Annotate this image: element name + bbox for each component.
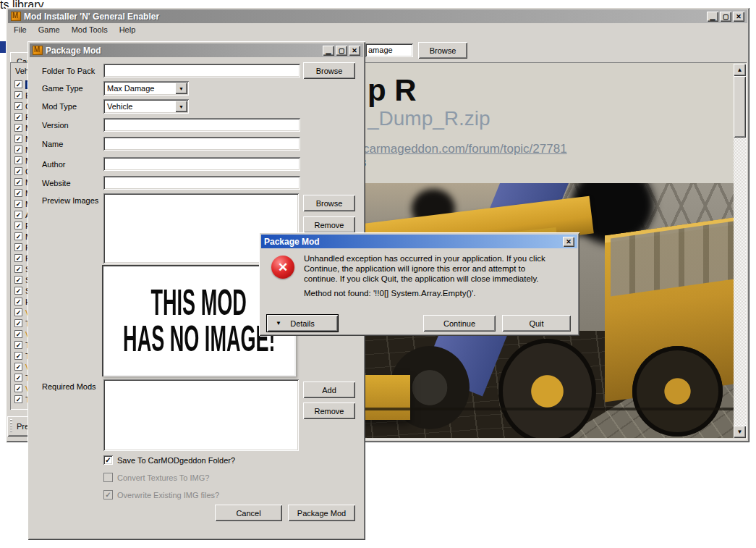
- preview-images-label: Preview Images: [42, 196, 98, 205]
- menu-item-game[interactable]: Game: [33, 23, 66, 36]
- browse-preview-button[interactable]: Browse: [303, 195, 355, 211]
- checkbox-checked-icon[interactable]: ✓: [14, 287, 22, 295]
- checkbox-checked-icon[interactable]: ✓: [14, 113, 22, 121]
- checkbox-checked-icon[interactable]: ✓: [14, 222, 22, 229]
- main-titlebar[interactable]: Mod Installer 'N' General Enabler ▁ ▢ ✕: [8, 9, 747, 23]
- checkbox-checked-icon[interactable]: ✓: [14, 265, 22, 273]
- mod-type-value: Vehicle: [103, 102, 175, 111]
- checkbox-checked-icon[interactable]: ✓: [14, 254, 22, 262]
- checkbox-checked-icon[interactable]: ✓: [14, 276, 22, 284]
- checkbox-checked-icon[interactable]: ✓: [14, 308, 22, 316]
- checkbox-checked-icon[interactable]: ✓: [14, 243, 22, 251]
- dialog-maximize-icon[interactable]: ▢: [336, 46, 347, 56]
- desktop: ts library Mod Installer 'N' General Ena…: [0, 0, 756, 548]
- checkbox-checked-icon[interactable]: ✓: [14, 352, 22, 360]
- game-type-select[interactable]: Max Damage ▼: [103, 81, 189, 96]
- dialog-close-icon[interactable]: ✕: [349, 46, 360, 56]
- menu-item-file[interactable]: File: [8, 23, 33, 36]
- truck-wheel-right: [632, 346, 723, 437]
- details-label: Details: [290, 319, 315, 328]
- checkbox-checked-icon[interactable]: ✓: [14, 124, 22, 132]
- scroll-up-icon[interactable]: ▲: [734, 64, 746, 76]
- checkbox-checked-icon[interactable]: ✓: [14, 363, 22, 371]
- error-icon: [271, 256, 294, 279]
- checkbox-checked-icon[interactable]: ✓: [14, 102, 22, 110]
- scrollbar-thumb[interactable]: [734, 76, 746, 138]
- chevron-down-icon[interactable]: ▼: [175, 83, 187, 94]
- website-label: Website: [42, 179, 71, 187]
- website-input[interactable]: [103, 176, 300, 190]
- error-dialog: Package Mod ✕ Unhandled exception has oc…: [259, 232, 579, 336]
- checkbox-checked-icon[interactable]: ✓: [14, 330, 22, 338]
- checkbox-checked-icon[interactable]: ✓: [14, 395, 22, 403]
- option-checkbox-0[interactable]: ✓Save To CarMODgeddon Folder?: [103, 455, 235, 465]
- remove-required-button[interactable]: Remove: [303, 402, 355, 419]
- checkbox-checked-icon[interactable]: ✓: [14, 135, 22, 143]
- toolbar-browse-button[interactable]: Browse: [418, 42, 467, 59]
- menu-item-help[interactable]: Help: [114, 23, 142, 36]
- name-label: Name: [42, 140, 63, 148]
- checkbox-checked-icon[interactable]: ✓: [14, 232, 22, 240]
- folder-to-pack-label: Folder To Pack: [42, 67, 95, 75]
- version-input[interactable]: [103, 118, 300, 132]
- name-input[interactable]: [103, 137, 300, 151]
- author-input[interactable]: [103, 157, 300, 171]
- dialog-minimize-icon[interactable]: ▁: [323, 46, 334, 56]
- package-dialog-titlebar[interactable]: Package Mod ▁ ▢ ✕: [30, 43, 363, 57]
- mod-zip-name: _Dump_R.zip: [368, 107, 490, 130]
- checkbox-checked-icon[interactable]: ✓: [14, 200, 22, 208]
- option-checkbox-label: Convert Textures To IMG?: [117, 473, 209, 482]
- package-dialog-icon: [33, 46, 43, 55]
- app-icon: [11, 12, 21, 21]
- maximize-icon[interactable]: ▢: [720, 12, 731, 22]
- minimize-icon[interactable]: ▁: [707, 12, 718, 22]
- checkbox-checked-icon[interactable]: ✓: [103, 455, 113, 465]
- game-path-value: amage: [368, 46, 393, 54]
- checkbox-checked-icon[interactable]: ✓: [14, 298, 22, 305]
- checkbox-checked-icon[interactable]: ✓: [14, 319, 22, 327]
- required-mods-list[interactable]: [103, 379, 299, 451]
- package-mod-button[interactable]: Package Mod: [288, 505, 355, 521]
- mod-type-select[interactable]: Vehicle ▼: [103, 99, 189, 114]
- checkbox-checked-icon: ✓: [103, 490, 113, 499]
- error-close-icon[interactable]: ✕: [563, 237, 574, 247]
- chevron-down-icon[interactable]: ▼: [175, 101, 187, 112]
- checkbox-checked-icon[interactable]: ✓: [14, 91, 22, 99]
- menu-item-mod-tools[interactable]: Mod Tools: [66, 23, 114, 36]
- checkbox-checked-icon[interactable]: ✓: [14, 167, 22, 175]
- details-button[interactable]: ▼ Details: [266, 314, 339, 332]
- checkbox-checked-icon[interactable]: ✓: [14, 178, 22, 186]
- mod-forum-link[interactable]: carmageddon.com/forum/topic/27781: [363, 142, 567, 156]
- error-dialog-titlebar[interactable]: Package Mod ✕: [261, 235, 577, 248]
- required-mods-label: Required Mods: [42, 382, 96, 391]
- option-checkbox-label: Save To CarMODgeddon Folder?: [117, 456, 235, 465]
- scroll-down-icon[interactable]: ▼: [734, 426, 746, 438]
- checkbox-checked-icon[interactable]: ✓: [14, 80, 22, 88]
- error-dialog-title: Package Mod: [264, 237, 320, 247]
- browse-folder-button[interactable]: Browse: [303, 62, 355, 79]
- checkbox-unchecked-icon: [103, 473, 113, 482]
- error-detail: Method not found: '!!0[] System.Array.Em…: [304, 289, 561, 298]
- folder-to-pack-input[interactable]: [103, 64, 300, 77]
- cancel-button[interactable]: Cancel: [215, 505, 282, 521]
- add-required-button[interactable]: Add: [303, 382, 355, 398]
- checkbox-checked-icon[interactable]: ✓: [14, 374, 22, 382]
- checkbox-checked-icon[interactable]: ✓: [14, 211, 22, 219]
- checkbox-checked-icon[interactable]: ✓: [14, 146, 22, 153]
- remove-required-label: Remove: [315, 407, 344, 416]
- game-type-label: Game Type: [42, 84, 83, 93]
- scene-floor-joint: [321, 408, 745, 410]
- continue-button[interactable]: Continue: [423, 315, 496, 332]
- checkbox-checked-icon[interactable]: ✓: [14, 341, 22, 349]
- quit-button[interactable]: Quit: [502, 315, 571, 332]
- checkbox-checked-icon[interactable]: ✓: [14, 156, 22, 164]
- checkbox-checked-icon[interactable]: ✓: [14, 384, 22, 392]
- game-type-value: Max Damage: [103, 84, 175, 93]
- package-mod-label: Package Mod: [297, 509, 346, 518]
- game-path-input[interactable]: amage: [365, 43, 413, 57]
- toolbar-grip: [10, 419, 12, 434]
- close-icon[interactable]: ✕: [733, 12, 744, 22]
- remove-preview-button[interactable]: Remove: [303, 216, 355, 233]
- truck-wheel-center: [498, 339, 596, 438]
- checkbox-checked-icon[interactable]: ✓: [14, 189, 22, 197]
